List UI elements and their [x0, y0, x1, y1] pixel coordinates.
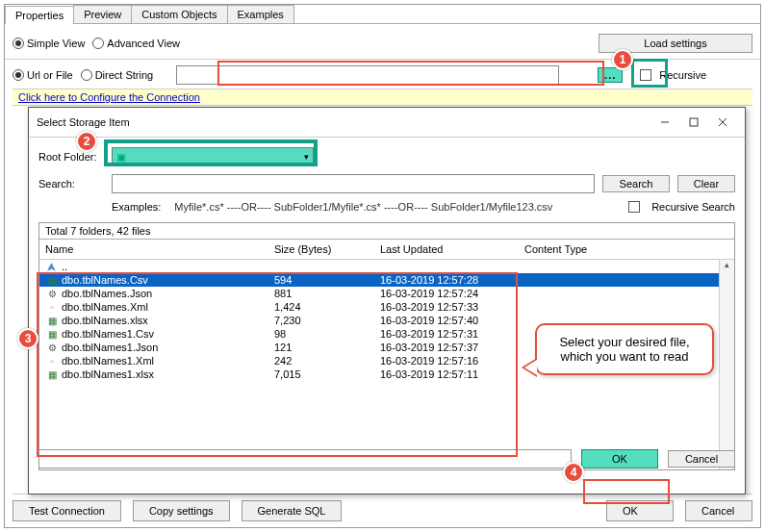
outer-ok-button[interactable]: OK [606, 500, 674, 521]
search-button[interactable]: Search [602, 175, 670, 192]
tab-properties[interactable]: Properties [5, 6, 74, 24]
badge-1: 1 [612, 49, 633, 70]
search-label: Search: [38, 178, 104, 190]
radio-advanced-view[interactable]: Advanced View [92, 38, 180, 49]
bucket-icon: ▣ [116, 151, 126, 164]
dialog-title: Select Storage Item [37, 116, 130, 128]
configure-connection-link[interactable]: Click here to Configure the Connection [18, 91, 200, 103]
table-row[interactable]: ⮝.. [39, 260, 734, 273]
test-connection-button[interactable]: Test Connection [13, 500, 121, 521]
table-row[interactable]: ⚙dbo.tblNames.Json88116-03-2019 12:57:24 [39, 287, 734, 300]
maximize-button[interactable] [679, 112, 708, 133]
clear-button[interactable]: Clear [677, 175, 735, 192]
recursive-checkbox[interactable] [640, 69, 651, 81]
recursive-label: Recursive [659, 69, 706, 81]
total-label: Total 7 folders, 42 files [45, 225, 150, 237]
callout: Select your desired file, which you want… [535, 323, 714, 375]
url-file-input[interactable] [176, 65, 559, 85]
selected-file-box[interactable] [38, 449, 572, 469]
tab-custom-objects[interactable]: Custom Objects [131, 5, 227, 23]
root-folder-combo[interactable]: ▣ ▾ [112, 147, 314, 166]
badge-3: 3 [17, 328, 38, 349]
close-button[interactable] [708, 112, 737, 133]
radio-simple-view[interactable]: Simple View [13, 38, 85, 49]
recursive-search-label: Recursive Search [651, 201, 735, 213]
badge-2: 2 [76, 131, 97, 152]
radio-url-or-file[interactable]: Url or File [13, 69, 73, 81]
table-row[interactable]: ▫dbo.tblNames.Xml1,42416-03-2019 12:57:3… [39, 300, 734, 314]
minimize-button[interactable] [650, 112, 679, 133]
examples-text: Myfile*.cs* ----OR---- SubFolder1/Myfile… [174, 201, 552, 213]
root-folder-label: Root Folder: [38, 151, 104, 163]
copy-settings-button[interactable]: Copy settings [133, 500, 230, 521]
chevron-down-icon: ▾ [304, 152, 309, 162]
badge-4: 4 [563, 462, 584, 483]
examples-label: Examples: [112, 201, 161, 213]
recursive-search-checkbox[interactable] [628, 201, 640, 213]
dialog-cancel-button[interactable]: Cancel [668, 450, 735, 468]
tab-preview[interactable]: Preview [73, 5, 132, 23]
table-row[interactable]: ▦dbo.tblNames.Csv59416-03-2019 12:57:28 [39, 273, 734, 287]
radio-direct-string[interactable]: Direct String [81, 69, 154, 81]
column-headers[interactable]: Name Size (Bytes) Last Updated Content T… [39, 240, 734, 260]
tab-bar: Properties Preview Custom Objects Exampl… [5, 5, 760, 24]
svg-rect-1 [690, 118, 698, 126]
search-input[interactable] [112, 174, 595, 193]
select-storage-dialog: Select Storage Item Root Folder: ▣ ▾ Sea… [28, 107, 746, 494]
dialog-ok-button[interactable]: OK [581, 449, 658, 469]
scrollbar[interactable]: ▴ [719, 260, 734, 469]
outer-cancel-button[interactable]: Cancel [685, 500, 752, 521]
tab-examples[interactable]: Examples [227, 5, 294, 23]
generate-sql-button[interactable]: Generate SQL [242, 500, 343, 521]
